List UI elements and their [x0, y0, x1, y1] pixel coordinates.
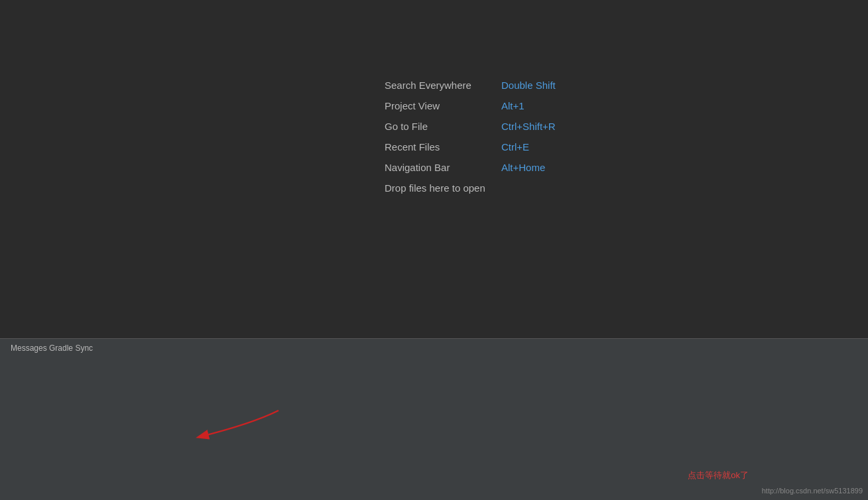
action-drop-files: Drop files here to open: [385, 182, 556, 194]
search-everywhere-label: Search Everywhere: [385, 80, 491, 91]
action-navigation-bar: Navigation Bar Alt+Home: [385, 162, 556, 173]
recent-files-shortcut: Ctrl+E: [501, 141, 529, 153]
watermark: http://blog.csdn.net/sw5131899: [762, 487, 863, 495]
search-everywhere-shortcut: Double Shift: [501, 80, 556, 91]
tab-bar: Messages Gradle Sync: [0, 338, 868, 357]
gradle-sync-tab[interactable]: Messages Gradle Sync: [5, 341, 98, 355]
go-to-file-label: Go to File: [385, 121, 491, 132]
project-view-label: Project View: [385, 100, 491, 111]
action-go-to-file: Go to File Ctrl+Shift+R: [385, 121, 556, 132]
navigation-bar-shortcut: Alt+Home: [501, 162, 545, 173]
annotation-text: 点击等待就ok了: [688, 469, 749, 481]
go-to-file-shortcut: Ctrl+Shift+R: [501, 121, 556, 132]
navigation-bar-label: Navigation Bar: [385, 162, 491, 173]
recent-files-label: Recent Files: [385, 141, 491, 153]
action-project-view: Project View Alt+1: [385, 100, 556, 111]
project-view-shortcut: Alt+1: [501, 100, 525, 111]
action-recent-files: Recent Files Ctrl+E: [385, 141, 556, 153]
drop-files-label: Drop files here to open: [385, 182, 485, 194]
action-search-everywhere: Search Everywhere Double Shift: [385, 80, 556, 91]
quick-actions-panel: Search Everywhere Double Shift Project V…: [385, 80, 556, 194]
